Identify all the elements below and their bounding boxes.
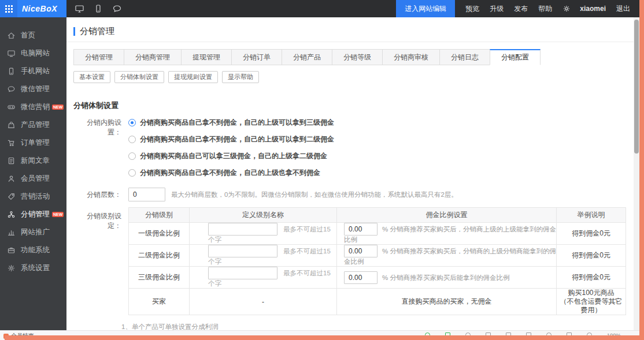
system-section-heading: 分销体制设置 [73,100,634,111]
purchase-radio-option[interactable]: 分销商购买商品自己可以拿三级佣金，自己的上级拿二级佣金 [128,151,334,161]
rate-description: % 分销商推荐买家购买后能拿到的佣金比例 [382,274,509,281]
example-cell: 得到佣金0元 [557,223,626,245]
sidebar-item[interactable]: 系统设置 [0,259,66,277]
sidebar-item[interactable]: 营销活动 [0,188,66,206]
rate-input[interactable] [344,245,377,257]
sub-setting-button[interactable]: 提现规则设置 [168,71,218,83]
topbar-link[interactable]: 发布 [514,4,528,14]
table-header-row: 分销级别定义级别名称佣金比例设置举例说明 [129,208,626,223]
page-title: 分销管理 [73,27,634,36]
tab-bar: 分销管理分销商管理提现管理分销订单分销产品分销等级分销商审核分销日志分销配置 [73,49,634,65]
logout-link[interactable]: 退出 [616,4,630,14]
tab[interactable]: 分销配置 [490,49,541,65]
purchase-setting-row: 分销内购设置： 分销商购买商品自己拿不到佣金，自己的上级可以拿到三级佣金分销商购… [73,118,634,185]
tab[interactable]: 分销订单 [231,49,282,65]
frame-right-bar [639,0,644,340]
tab[interactable]: 分销日志 [439,49,490,65]
table-header-cell: 定义级别名称 [190,208,337,223]
network-icon [7,210,16,219]
purchase-radio-option[interactable]: 分销商购买商品自己拿不到佣金，自己的上级可以拿到二级佣金 [128,134,334,144]
frame-bottom-bar [5,335,644,340]
enter-site-editor-button[interactable]: 进入网站编辑 [396,0,455,17]
commission-row: 一级佣金比例最多不可超过15个字% 分销商推荐买家购买后，分销商上级的上级能拿到… [129,223,626,245]
tab[interactable]: 分销管理 [73,49,124,65]
sub-setting-button[interactable]: 分销体制设置 [114,71,164,83]
logo[interactable]: NiceBoX [22,4,57,13]
purchase-radio-option[interactable]: 分销商购买商品自己拿不到佣金，自己的上级可以拿到三级佣金 [128,118,334,128]
wechat-icon [7,85,16,94]
settings-gear-icon[interactable] [562,5,571,13]
desktop-site-icon[interactable] [75,4,84,13]
rate-input[interactable] [344,223,377,236]
sidebar-item[interactable]: 微信管理 [0,80,66,98]
sidebar-item-label: 手机网站 [21,66,50,76]
table-header-cell: 举例说明 [557,208,626,223]
note-line: 1、单个产品可单独设置分成利润 [121,322,634,330]
document-icon [7,156,16,165]
sub-setting-button[interactable]: 基本设置 [73,71,110,83]
topbar-link[interactable]: 帮助 [538,4,552,14]
radio-button[interactable] [128,169,136,177]
new-badge: NEW [52,104,64,110]
sidebar-item[interactable]: 网站推广 [0,223,66,241]
gamepad-icon [7,103,16,111]
bag-icon [7,121,16,129]
level-name: 二级佣金比例 [129,245,190,267]
radio-button[interactable] [128,136,136,143]
sidebar-item-label: 微信管理 [21,84,50,94]
radio-button[interactable] [128,119,136,126]
radio-label: 分销商购买商品自己拿不到佣金，自己的上级可以拿到三级佣金 [140,118,334,128]
table-notes: 1、单个产品可单独设置分成利润2、所有分销利润由商家（自己）统一发放 [121,322,634,330]
tab[interactable]: 分销等级 [332,49,383,65]
tab[interactable]: 分销商管理 [124,49,182,65]
new-badge: NEW [52,212,64,217]
level-name: 三级佣金比例 [129,267,190,289]
table-header-cell: 分销级别 [129,208,190,223]
radio-button[interactable] [128,152,136,160]
gear-icon [7,264,16,272]
sidebar-item-label: 新闻文章 [21,156,50,166]
device-switcher [75,4,122,13]
wechat-chat-icon[interactable] [112,4,122,13]
radio-label: 分销商购买商品自己拿不到佣金，自己的上级也拿不到佣金 [140,168,320,178]
sidebar-item[interactable]: 会员管理 [0,170,66,188]
tag-icon [7,192,16,201]
sidebar-item[interactable]: 首页 [0,27,66,44]
home-icon [7,31,16,40]
tab[interactable]: 分销产品 [282,49,332,65]
tab[interactable]: 分销商审核 [382,49,440,65]
vertical-scrollbar[interactable] [634,17,639,330]
scrollbar-thumb[interactable] [634,20,639,154]
chart-icon [7,228,16,237]
sidebar-item-label: 会员管理 [21,174,50,184]
sidebar-item[interactable]: 订单管理 [0,134,66,152]
level-name-input[interactable] [208,267,277,279]
sidebar-item-label: 网站推广 [21,227,50,237]
levels-input[interactable] [128,188,165,201]
sidebar-item[interactable]: 功能系统 [0,241,66,259]
radio-label: 分销商购买商品自己拿不到佣金，自己的上级可以拿到二级佣金 [140,134,334,144]
grade-setting-row: 分销级别设定： 分销级别定义级别名称佣金比例设置举例说明一级佣金比例最多不可超过… [73,207,634,315]
apps-grid-icon[interactable] [0,0,17,17]
sidebar-item[interactable]: 分销管理NEW [0,206,66,223]
sidebar-item[interactable]: 新闻文章 [0,152,66,170]
topbar-link[interactable]: 升级 [490,4,504,14]
topbar-link[interactable]: 预览 [465,4,479,14]
example-cell: 得到佣金0元 [557,245,626,267]
sidebar-item[interactable]: 手机网站 [0,62,66,80]
example-cell: 得到佣金0元 [557,267,626,289]
phone-icon [7,67,16,76]
sidebar-item-label: 功能系统 [21,245,50,255]
mobile-site-icon[interactable] [94,4,103,13]
username[interactable]: xiaomei [580,5,606,13]
rate-input[interactable] [344,271,377,284]
sidebar-item[interactable]: 微信营销NEW [0,98,66,116]
level-name-input[interactable] [208,223,277,236]
sidebar-item[interactable]: 产品管理 [0,116,66,134]
tab[interactable]: 提现管理 [181,49,232,65]
purchase-radio-option[interactable]: 分销商购买商品自己拿不到佣金，自己的上级也拿不到佣金 [128,168,334,178]
sidebar-item[interactable]: 电脑网站 [0,44,66,62]
sidebar-item-label: 订单管理 [21,138,50,148]
level-name-input[interactable] [208,245,277,257]
sub-setting-button[interactable]: 显示帮助 [222,71,259,83]
